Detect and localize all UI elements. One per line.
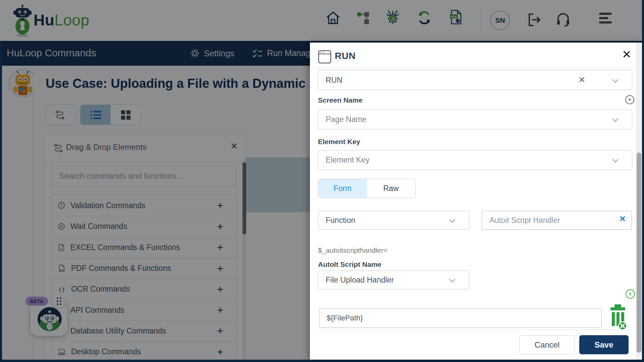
clear-handler-icon[interactable]: ✕ (619, 215, 626, 223)
window-frame-bottom (0, 360, 644, 362)
screen-name-select[interactable]: Page Name (318, 110, 632, 129)
divider (310, 68, 636, 68)
add-screen-icon[interactable]: + (625, 95, 634, 104)
save-button[interactable]: Save (579, 335, 629, 354)
clear-icon[interactable]: ✕ (578, 75, 586, 84)
handler-value: Autoit Script Handler (482, 216, 560, 225)
tab-raw[interactable]: Raw (367, 179, 416, 198)
window-frame-right (642, 0, 644, 362)
tab-form[interactable]: Form (318, 179, 367, 198)
app-window: HuLoop A (0, 0, 644, 362)
element-key-label: Element Key (318, 138, 360, 146)
window-icon (318, 49, 331, 64)
element-key-placeholder: Element Key (318, 156, 369, 165)
command-input[interactable] (318, 76, 553, 85)
screen-name-label: Screen Name (318, 96, 363, 104)
drawer-scrollbar-thumb[interactable] (637, 153, 641, 353)
divider (318, 329, 632, 330)
script-name-label: AutoIt Script Name (318, 260, 381, 268)
script-name-select[interactable]: File Upload Handler (318, 270, 469, 289)
function-value: Function (318, 216, 355, 225)
add-parameter-icon[interactable]: + (626, 289, 635, 299)
delete-parameter-icon[interactable] (608, 304, 627, 331)
close-icon[interactable]: ✕ (622, 49, 632, 60)
cancel-button[interactable]: Cancel (519, 335, 575, 354)
run-command-drawer: RUN ✕ ✕ Screen Name + Page Name Element … (310, 43, 642, 362)
handler-input-field[interactable]: Autoit Script Handler (482, 211, 632, 230)
function-select[interactable]: Function (318, 211, 469, 230)
window-frame-left (0, 41, 2, 362)
filepath-input[interactable] (319, 314, 574, 322)
mode-tabs: Form Raw (318, 179, 416, 198)
script-name-value: File Upload Handler (318, 276, 394, 285)
assignment-expression: $_autoitscripthandler= (318, 246, 387, 254)
element-key-select[interactable]: Element Key (318, 150, 632, 170)
filepath-field[interactable] (319, 308, 602, 328)
drawer-title: RUN (335, 51, 356, 61)
screen-name-placeholder: Page Name (318, 115, 366, 124)
